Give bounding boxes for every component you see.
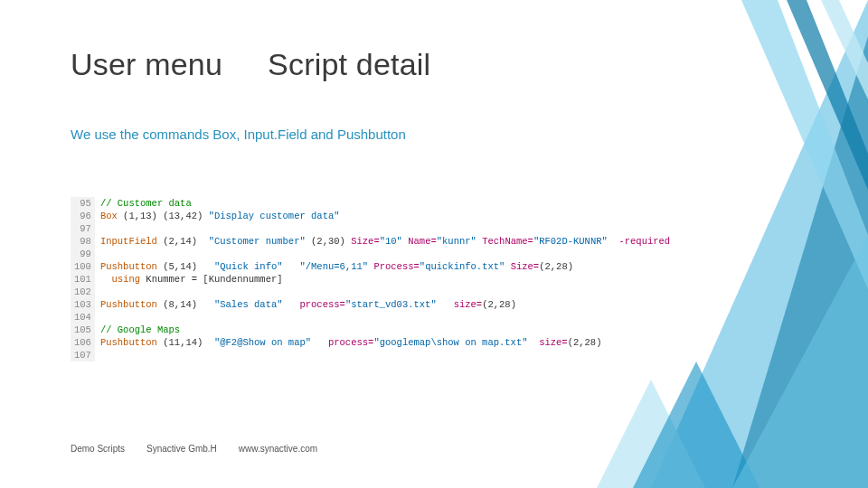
footer-left: Demo Scripts [71,444,125,454]
footer: Demo Scripts Synactive Gmb.H www.synacti… [71,444,317,454]
code-line [100,286,670,298]
code-line: // Customer data [100,197,670,210]
code-line [100,222,670,235]
title-right: Script detail [268,47,430,82]
code-line [100,349,670,361]
title-left: User menu [71,47,222,82]
code-line: Pushbutton (5,14) "Quick info" "/Menu=6,… [100,260,670,273]
code-line: Box (1,13) (13,42) "Display customer dat… [100,210,670,222]
footer-right: www.synactive.com [239,444,317,454]
subtitle: We use the commands Box, Input.Field and… [71,127,406,142]
code-line: using Knummer = [Kundennummer] [100,273,670,286]
footer-middle: Synactive Gmb.H [146,444,217,454]
code-line: // Google Maps [100,324,670,336]
code-line: Pushbutton (11,14) "@F2@Show on map" pro… [100,336,670,349]
code-line [100,248,670,260]
code-body: // Customer dataBox (1,13) (13,42) "Disp… [95,197,670,361]
code-gutter: 9596979899100101102103104105106107 [71,197,95,361]
code-line: InputField (2,14) "Customer number" (2,3… [100,235,670,248]
title-row: User menu Script detail [71,47,430,82]
code-block: 9596979899100101102103104105106107 // Cu… [71,197,670,361]
code-line: Pushbutton (8,14) "Sales data" process="… [100,298,670,311]
slide: User menu Script detail We use the comma… [0,0,868,488]
code-line [100,311,670,324]
